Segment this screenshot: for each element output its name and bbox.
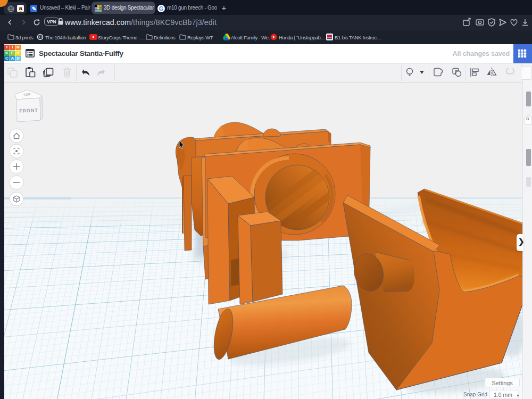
svg-text:G: G [159, 5, 164, 12]
svg-text:FRONT: FRONT [19, 107, 38, 113]
svg-text:C: C [39, 35, 42, 39]
